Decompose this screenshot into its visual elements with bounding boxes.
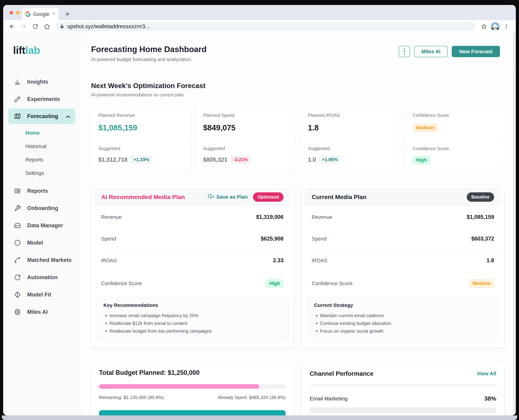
miles-ai-analyzer-banner: Miles AI Analyzer x xyxy=(99,410,286,415)
budget-remaining: Remaining: $1,135,000 (90.8%) xyxy=(99,395,164,400)
row-value: 2.33 xyxy=(273,257,284,264)
sidebar-item-label: Experiments xyxy=(27,96,60,102)
sidebar-item-label: Forecasting xyxy=(27,113,58,120)
suggested-label: Suggested xyxy=(308,146,392,151)
plan-row-spend: Spend $603,372 xyxy=(310,228,496,250)
row-value: $1,085,159 xyxy=(467,214,494,220)
sidebar-item-label: Model Fit xyxy=(27,292,51,298)
miles-ai-button[interactable]: Miles AI xyxy=(414,46,448,57)
browser-tab[interactable]: Google xyxy=(22,8,58,20)
plan-row-iroas: iROAS 2.33 xyxy=(99,250,286,271)
scrollbar[interactable] xyxy=(513,33,516,415)
sidebar-item-label: Matched Markets xyxy=(27,257,72,263)
plan-row-iroas: iROAS 1.8 xyxy=(310,250,496,271)
row-value: $625,908 xyxy=(261,236,284,242)
subnav-item-settings[interactable]: Settings xyxy=(3,166,80,180)
window-bottom-edge xyxy=(2,415,517,420)
sidebar-item-miles-ai[interactable]: Miles AI xyxy=(3,303,80,321)
row-value: $603,372 xyxy=(471,236,494,242)
header-menu-button[interactable] xyxy=(399,46,410,57)
sidebar-item-reports[interactable]: Reports xyxy=(3,182,80,200)
page-header: Forecasting Home Dashboard AI-powered bu… xyxy=(81,33,516,72)
current-plan-card: Current Media Plan Baseline Revenue $1,0… xyxy=(302,185,504,348)
subnav-item-reports[interactable]: Reports xyxy=(3,153,80,166)
suggested-value: 1.0 xyxy=(308,156,316,163)
new-tab-button[interactable] xyxy=(63,9,72,19)
list-item: Reallocate budget from low performing ca… xyxy=(109,327,281,335)
bar-chart-icon xyxy=(14,79,21,85)
sidebar-item-insights[interactable]: Insights xyxy=(3,73,80,90)
tab-close-icon[interactable] xyxy=(52,12,55,16)
sidebar-item-experiments[interactable]: Experiments xyxy=(3,90,80,108)
suggested-label: Suggested xyxy=(203,146,288,151)
sidebar-item-label: Automation xyxy=(27,274,58,281)
sidebar-item-label: Insights xyxy=(27,79,48,85)
stat-value: 1.8 xyxy=(308,123,392,132)
plan-row-revenue: Revenue $1,085,159 xyxy=(310,206,496,228)
save-as-plan-button[interactable]: Save as Plan xyxy=(208,194,248,200)
current-strategy-box: Current Strategy Maintain current email … xyxy=(307,297,499,341)
sidebar: liftlab Insights Experiments xyxy=(3,33,81,415)
minimize-window-button[interactable] xyxy=(16,11,20,15)
row-label: Revenue xyxy=(101,214,122,220)
view-all-link[interactable]: View All xyxy=(477,371,496,377)
home-icon[interactable] xyxy=(42,22,52,31)
reload-icon[interactable] xyxy=(30,22,40,31)
suggested-value: $1,312,718 xyxy=(98,156,128,163)
plan-row-revenue: Revenue $1,319,006 xyxy=(99,206,286,228)
sidebar-item-label: Reports xyxy=(27,188,48,194)
profile-avatar[interactable] xyxy=(491,22,500,31)
liftlab-logo: liftlab xyxy=(13,44,80,56)
logo-part-lift: lift xyxy=(13,44,25,56)
chevron-up-icon xyxy=(65,114,70,119)
subnav-item-historical[interactable]: Historical xyxy=(3,140,80,153)
plan-row-spend: Spend $625,908 xyxy=(99,228,286,250)
sidebar-item-label: Miles AI xyxy=(27,309,48,315)
budget-progress-track xyxy=(99,384,286,389)
browser-menu-icon[interactable] xyxy=(501,22,511,31)
forward-icon[interactable] xyxy=(19,22,29,31)
sidebar-item-forecasting[interactable]: Forecasting xyxy=(8,109,75,124)
recommendations-list: Increase email campaign frequency by 25%… xyxy=(104,312,281,335)
sidebar-item-model-fit[interactable]: Model Fit xyxy=(3,286,80,303)
channel-row-email-marketing: Email Marketing 38% xyxy=(310,395,496,402)
confidence-badge-high: High xyxy=(413,156,430,165)
optimized-badge: Optimized xyxy=(253,192,284,202)
channel-name: Email Marketing xyxy=(310,396,348,402)
channel-performance-card: Channel Performance View All Email Marke… xyxy=(302,361,504,415)
baseline-badge: Baseline xyxy=(467,192,494,202)
channel-percent: 38% xyxy=(484,395,496,402)
sidebar-item-onboarding[interactable]: Onboarding xyxy=(3,200,80,217)
list-icon xyxy=(14,188,21,194)
section-title: Next Week's Optimization Forecast xyxy=(91,82,504,90)
back-icon[interactable] xyxy=(7,22,17,31)
list-item: Focus on organic social growth xyxy=(320,327,492,335)
hard-drive-icon xyxy=(14,222,21,229)
delta-badge: -3.21% xyxy=(231,156,251,164)
suggested-value: $805,321 xyxy=(203,156,227,163)
confidence-badge-medium: Medium xyxy=(469,279,494,288)
budget-title: Total Budget Planned: $1,250,000 xyxy=(99,369,286,376)
logo-part-lab: lab xyxy=(25,44,40,56)
row-label: iROAS xyxy=(101,258,117,263)
url-bar[interactable]: upshot.xyz/walletaddressxxzrrr3... xyxy=(55,22,476,31)
bookmark-star-icon[interactable] xyxy=(479,22,489,31)
budget-value: $1,250,000 xyxy=(168,369,199,376)
sidebar-item-matched-markets[interactable]: Matched Markets xyxy=(3,251,80,269)
stat-label: Planned Spend xyxy=(203,112,288,118)
save-as-plan-label: Save as Plan xyxy=(216,194,248,200)
subnav-item-home[interactable]: Home xyxy=(3,126,80,140)
stat-value: $849,075 xyxy=(203,123,288,132)
plan-row-confidence: Confidence Score High xyxy=(99,271,286,296)
close-window-button[interactable] xyxy=(9,11,13,15)
new-forecast-button[interactable]: New Forecast xyxy=(452,46,500,57)
stat-card-planned-revenue: Planned Revenue $1,085,159 Suggested $1,… xyxy=(91,106,190,170)
row-label: iROAS xyxy=(312,258,327,263)
page-subtitle: AI-powered budget forecasting and analyz… xyxy=(91,57,207,62)
stat-value: $1,085,159 xyxy=(98,123,183,132)
sidebar-item-data-manager[interactable]: Data Manager xyxy=(3,217,80,234)
sidebar-item-model[interactable]: Model xyxy=(3,234,80,251)
stat-card-planned-iroas: Planned iROAS 1.8 Suggested 1.0 +1.95% xyxy=(301,106,399,170)
budget-label: Total Budget Planned: xyxy=(99,369,166,376)
sidebar-item-automation[interactable]: Automation xyxy=(3,269,80,286)
